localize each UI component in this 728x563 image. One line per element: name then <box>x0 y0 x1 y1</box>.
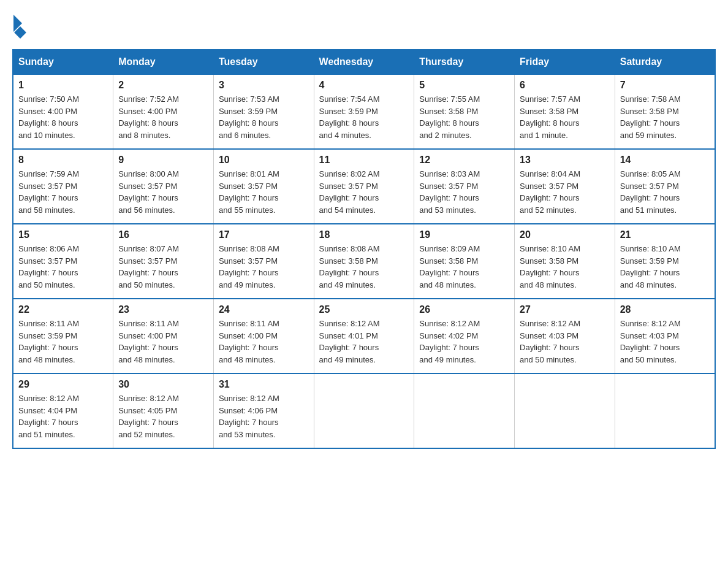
calendar-day-cell: 17Sunrise: 8:08 AM Sunset: 3:57 PM Dayli… <box>213 224 314 299</box>
calendar-day-cell: 11Sunrise: 8:02 AM Sunset: 3:57 PM Dayli… <box>314 149 414 224</box>
calendar-day-cell: 30Sunrise: 8:12 AM Sunset: 4:05 PM Dayli… <box>113 373 214 448</box>
day-info: Sunrise: 8:07 AM Sunset: 3:57 PM Dayligh… <box>118 243 208 291</box>
day-info: Sunrise: 8:03 AM Sunset: 3:57 PM Dayligh… <box>419 168 509 216</box>
calendar-day-cell: 19Sunrise: 8:09 AM Sunset: 3:58 PM Dayli… <box>414 224 515 299</box>
calendar-day-cell: 28Sunrise: 8:12 AM Sunset: 4:03 PM Dayli… <box>615 299 715 373</box>
weekday-header-saturday: Saturday <box>615 50 715 74</box>
day-info: Sunrise: 7:50 AM Sunset: 4:00 PM Dayligh… <box>18 93 108 141</box>
day-info: Sunrise: 8:01 AM Sunset: 3:57 PM Dayligh… <box>219 168 309 216</box>
weekday-header-tuesday: Tuesday <box>213 50 314 74</box>
calendar-header-row: SundayMondayTuesdayWednesdayThursdayFrid… <box>13 50 715 74</box>
day-number: 17 <box>219 229 309 240</box>
day-info: Sunrise: 7:58 AM Sunset: 3:58 PM Dayligh… <box>620 93 710 141</box>
calendar-day-cell: 29Sunrise: 8:12 AM Sunset: 4:04 PM Dayli… <box>13 373 113 448</box>
calendar-empty-cell <box>615 373 715 448</box>
calendar-day-cell: 6Sunrise: 7:57 AM Sunset: 3:58 PM Daylig… <box>515 74 615 149</box>
calendar-day-cell: 25Sunrise: 8:12 AM Sunset: 4:01 PM Dayli… <box>314 299 414 373</box>
day-number: 3 <box>219 80 309 91</box>
day-number: 18 <box>319 229 409 240</box>
day-info: Sunrise: 8:12 AM Sunset: 4:06 PM Dayligh… <box>219 393 309 440</box>
day-number: 27 <box>520 304 610 315</box>
page-header <box>12 12 716 37</box>
calendar-day-cell: 16Sunrise: 8:07 AM Sunset: 3:57 PM Dayli… <box>113 224 214 299</box>
day-number: 26 <box>419 304 509 315</box>
calendar-day-cell: 22Sunrise: 8:11 AM Sunset: 3:59 PM Dayli… <box>13 299 113 373</box>
day-info: Sunrise: 7:52 AM Sunset: 4:00 PM Dayligh… <box>118 93 208 141</box>
day-number: 6 <box>520 80 610 91</box>
day-number: 7 <box>620 80 710 91</box>
calendar-empty-cell <box>414 373 515 448</box>
day-info: Sunrise: 8:02 AM Sunset: 3:57 PM Dayligh… <box>319 168 409 216</box>
day-info: Sunrise: 7:55 AM Sunset: 3:58 PM Dayligh… <box>419 93 509 141</box>
calendar-table: SundayMondayTuesdayWednesdayThursdayFrid… <box>12 49 716 449</box>
calendar-day-cell: 7Sunrise: 7:58 AM Sunset: 3:58 PM Daylig… <box>615 74 715 149</box>
calendar-day-cell: 12Sunrise: 8:03 AM Sunset: 3:57 PM Dayli… <box>414 149 515 224</box>
day-info: Sunrise: 8:11 AM Sunset: 4:00 PM Dayligh… <box>118 318 208 366</box>
day-number: 28 <box>620 304 710 315</box>
calendar-day-cell: 15Sunrise: 8:06 AM Sunset: 3:57 PM Dayli… <box>13 224 113 299</box>
day-number: 12 <box>419 155 509 166</box>
day-number: 13 <box>520 155 610 166</box>
day-info: Sunrise: 7:54 AM Sunset: 3:59 PM Dayligh… <box>319 93 409 141</box>
logo <box>12 12 27 37</box>
calendar-empty-cell <box>515 373 615 448</box>
calendar-week-row: 22Sunrise: 8:11 AM Sunset: 3:59 PM Dayli… <box>13 299 715 373</box>
day-info: Sunrise: 8:09 AM Sunset: 3:58 PM Dayligh… <box>419 243 509 291</box>
day-info: Sunrise: 8:12 AM Sunset: 4:03 PM Dayligh… <box>620 318 710 366</box>
weekday-header-thursday: Thursday <box>414 50 515 74</box>
day-number: 15 <box>18 229 108 240</box>
calendar-day-cell: 21Sunrise: 8:10 AM Sunset: 3:59 PM Dayli… <box>615 224 715 299</box>
day-info: Sunrise: 8:00 AM Sunset: 3:57 PM Dayligh… <box>118 168 208 216</box>
day-number: 9 <box>118 155 208 166</box>
calendar-day-cell: 31Sunrise: 8:12 AM Sunset: 4:06 PM Dayli… <box>213 373 314 448</box>
calendar-day-cell: 4Sunrise: 7:54 AM Sunset: 3:59 PM Daylig… <box>314 74 414 149</box>
day-info: Sunrise: 8:10 AM Sunset: 3:59 PM Dayligh… <box>620 243 710 291</box>
weekday-header-wednesday: Wednesday <box>314 50 414 74</box>
day-info: Sunrise: 8:12 AM Sunset: 4:03 PM Dayligh… <box>520 318 610 366</box>
calendar-day-cell: 1Sunrise: 7:50 AM Sunset: 4:00 PM Daylig… <box>13 74 113 149</box>
calendar-day-cell: 3Sunrise: 7:53 AM Sunset: 3:59 PM Daylig… <box>213 74 314 149</box>
day-number: 25 <box>319 304 409 315</box>
day-info: Sunrise: 8:12 AM Sunset: 4:01 PM Dayligh… <box>319 318 409 366</box>
day-number: 31 <box>219 379 309 390</box>
day-number: 29 <box>18 379 108 390</box>
day-number: 11 <box>319 155 409 166</box>
calendar-day-cell: 20Sunrise: 8:10 AM Sunset: 3:58 PM Dayli… <box>515 224 615 299</box>
day-number: 22 <box>18 304 108 315</box>
day-number: 14 <box>620 155 710 166</box>
day-info: Sunrise: 7:53 AM Sunset: 3:59 PM Dayligh… <box>219 93 309 141</box>
day-number: 20 <box>520 229 610 240</box>
day-info: Sunrise: 8:05 AM Sunset: 3:57 PM Dayligh… <box>620 168 710 216</box>
day-number: 24 <box>219 304 309 315</box>
day-number: 2 <box>118 80 208 91</box>
day-info: Sunrise: 8:11 AM Sunset: 4:00 PM Dayligh… <box>219 318 309 366</box>
calendar-day-cell: 8Sunrise: 7:59 AM Sunset: 3:57 PM Daylig… <box>13 149 113 224</box>
day-info: Sunrise: 8:08 AM Sunset: 3:57 PM Dayligh… <box>219 243 309 291</box>
calendar-day-cell: 5Sunrise: 7:55 AM Sunset: 3:58 PM Daylig… <box>414 74 515 149</box>
calendar-empty-cell <box>314 373 414 448</box>
calendar-week-row: 15Sunrise: 8:06 AM Sunset: 3:57 PM Dayli… <box>13 224 715 299</box>
day-info: Sunrise: 8:08 AM Sunset: 3:58 PM Dayligh… <box>319 243 409 291</box>
day-info: Sunrise: 8:04 AM Sunset: 3:57 PM Dayligh… <box>520 168 610 216</box>
day-info: Sunrise: 8:11 AM Sunset: 3:59 PM Dayligh… <box>18 318 108 366</box>
calendar-day-cell: 10Sunrise: 8:01 AM Sunset: 3:57 PM Dayli… <box>213 149 314 224</box>
day-number: 4 <box>319 80 409 91</box>
day-info: Sunrise: 8:12 AM Sunset: 4:04 PM Dayligh… <box>18 393 108 440</box>
calendar-week-row: 1Sunrise: 7:50 AM Sunset: 4:00 PM Daylig… <box>13 74 715 149</box>
day-info: Sunrise: 8:10 AM Sunset: 3:58 PM Dayligh… <box>520 243 610 291</box>
day-number: 21 <box>620 229 710 240</box>
day-info: Sunrise: 8:12 AM Sunset: 4:02 PM Dayligh… <box>419 318 509 366</box>
calendar-day-cell: 26Sunrise: 8:12 AM Sunset: 4:02 PM Dayli… <box>414 299 515 373</box>
day-number: 30 <box>118 379 208 390</box>
calendar-day-cell: 14Sunrise: 8:05 AM Sunset: 3:57 PM Dayli… <box>615 149 715 224</box>
day-number: 1 <box>18 80 108 91</box>
weekday-header-friday: Friday <box>515 50 615 74</box>
calendar-week-row: 29Sunrise: 8:12 AM Sunset: 4:04 PM Dayli… <box>13 373 715 448</box>
calendar-day-cell: 23Sunrise: 8:11 AM Sunset: 4:00 PM Dayli… <box>113 299 214 373</box>
day-info: Sunrise: 8:06 AM Sunset: 3:57 PM Dayligh… <box>18 243 108 291</box>
calendar-day-cell: 2Sunrise: 7:52 AM Sunset: 4:00 PM Daylig… <box>113 74 214 149</box>
day-info: Sunrise: 8:12 AM Sunset: 4:05 PM Dayligh… <box>118 393 208 440</box>
day-number: 23 <box>118 304 208 315</box>
day-info: Sunrise: 7:59 AM Sunset: 3:57 PM Dayligh… <box>18 168 108 216</box>
day-number: 16 <box>118 229 208 240</box>
